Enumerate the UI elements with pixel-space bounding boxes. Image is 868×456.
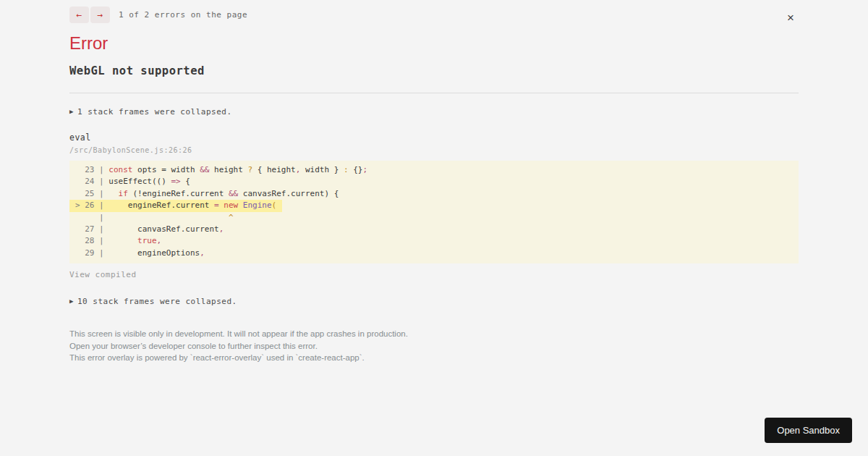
code-frame: 23 | const opts = width && height ? { he…: [69, 161, 799, 263]
close-icon: ×: [787, 11, 794, 25]
collapsed-frames-bottom-label: 10 stack frames were collapsed.: [77, 297, 237, 306]
divider: [69, 93, 799, 93]
code-line-highlighted: > 26 | engineRef.current = new Engine(: [69, 200, 799, 211]
stack-frame-location: /src/BabylonScene.js:26:26: [69, 146, 799, 154]
view-compiled-link[interactable]: View compiled: [69, 270, 799, 279]
disclosure-triangle-icon: ▶: [69, 108, 74, 115]
stack-frame-function: eval: [69, 132, 799, 143]
collapsed-frames-bottom-toggle[interactable]: ▶10 stack frames were collapsed.: [69, 297, 799, 306]
code-line: 28 | true,: [69, 235, 799, 247]
collapsed-frames-top-toggle[interactable]: ▶1 stack frames were collapsed.: [69, 107, 799, 117]
error-navigation-bar: ← → 1 of 2 errors on the page: [69, 6, 799, 23]
error-message: WebGL not supported: [69, 64, 799, 77]
footer-note-line: This screen is visible only in developme…: [69, 328, 799, 339]
code-line: 23 | const opts = width && height ? { he…: [69, 164, 799, 176]
next-error-button[interactable]: →: [90, 7, 110, 23]
code-line: 27 | canvasRef.current,: [69, 224, 799, 235]
previous-error-button[interactable]: ←: [69, 7, 89, 23]
code-line: 29 | engineOptions,: [69, 248, 799, 259]
footer-note-line: Open your browser’s developer console to…: [69, 340, 799, 352]
open-sandbox-button[interactable]: Open Sandbox: [765, 418, 852, 443]
dev-mode-footer: This screen is visible only in developme…: [69, 328, 799, 363]
arrow-left-icon: ←: [77, 9, 82, 20]
footer-note-line: This error overlay is powered by `react-…: [69, 352, 799, 363]
code-line: | ^: [69, 212, 799, 224]
close-button[interactable]: ×: [787, 12, 794, 24]
code-line: 25 | if (!engineRef.current && canvasRef…: [69, 188, 799, 200]
collapsed-frames-top-label: 1 stack frames were collapsed.: [77, 107, 232, 117]
error-overlay: ← → 1 of 2 errors on the page × Error We…: [69, 0, 799, 363]
disclosure-triangle-icon: ▶: [69, 297, 74, 305]
error-title: Error: [69, 33, 799, 54]
code-line: 24 | useEffect(() => {: [69, 176, 799, 187]
arrow-right-icon: →: [98, 9, 103, 20]
error-counter: 1 of 2 errors on the page: [119, 10, 247, 20]
